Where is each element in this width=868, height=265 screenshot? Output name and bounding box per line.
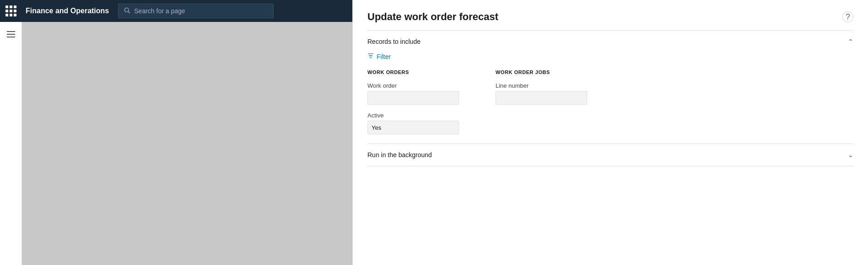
- active-value-field[interactable]: Yes: [367, 121, 459, 134]
- fields-grid: WORK ORDERS Work order Active Yes WORK O…: [367, 69, 853, 134]
- chevron-down-icon: ⌄: [848, 151, 853, 159]
- chevron-up-icon: ⌃: [848, 38, 853, 45]
- search-icon: [124, 7, 130, 15]
- work-order-jobs-group-title: WORK ORDER JOBS: [496, 69, 587, 75]
- run-in-background-section-header[interactable]: Run in the background ⌄: [353, 144, 868, 166]
- work-order-input[interactable]: [367, 91, 459, 105]
- app-grid-icon[interactable]: [5, 5, 16, 16]
- svg-line-1: [128, 11, 129, 13]
- line-number-label: Line number: [496, 82, 587, 89]
- dialog-title: Update work order forecast: [367, 11, 498, 23]
- active-label: Active: [367, 112, 459, 119]
- hamburger-menu-button[interactable]: [4, 28, 18, 40]
- right-panel: Update work order forecast ? Records to …: [352, 0, 868, 265]
- app-title: Finance and Operations: [26, 7, 109, 15]
- filter-icon: [367, 53, 374, 60]
- run-in-background-label: Run in the background: [367, 151, 432, 159]
- records-to-include-body: Filter WORK ORDERS Work order Active Yes…: [353, 53, 868, 143]
- search-placeholder: Search for a page: [134, 7, 185, 15]
- divider-bottom: [367, 166, 853, 166]
- filter-button[interactable]: Filter: [367, 53, 853, 60]
- top-bar: Finance and Operations Search for a page: [0, 0, 352, 22]
- work-order-jobs-group: WORK ORDER JOBS Line number: [496, 69, 587, 134]
- work-orders-group: WORK ORDERS Work order Active Yes: [367, 69, 459, 134]
- sidebar-strip: [0, 22, 22, 265]
- filter-label: Filter: [377, 53, 391, 60]
- help-icon[interactable]: ?: [842, 11, 853, 22]
- work-order-label: Work order: [367, 82, 459, 89]
- dialog-header: Update work order forecast ?: [353, 0, 868, 30]
- line-number-input[interactable]: [496, 91, 587, 105]
- main-content-left: [22, 22, 352, 265]
- search-bar[interactable]: Search for a page: [118, 4, 274, 18]
- left-panel: Finance and Operations Search for a page: [0, 0, 352, 265]
- records-to-include-label: Records to include: [367, 38, 421, 45]
- sidebar-area: [0, 22, 352, 265]
- records-to-include-section-header[interactable]: Records to include ⌃: [353, 31, 868, 53]
- work-orders-group-title: WORK ORDERS: [367, 69, 459, 75]
